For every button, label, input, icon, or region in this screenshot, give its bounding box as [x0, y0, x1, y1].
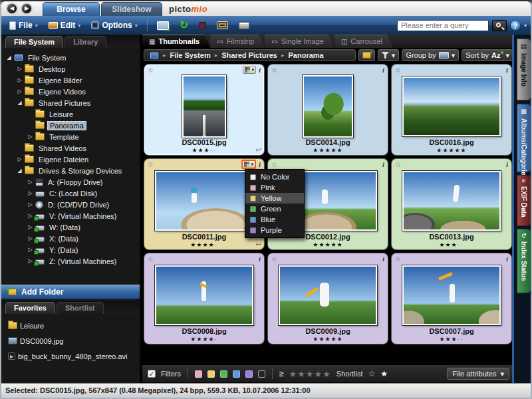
expander-closed-icon[interactable]: ▷ [27, 213, 34, 219]
favorite-item[interactable]: ▶big_buck_bunny_480p_stereo.avi [1, 348, 140, 364]
rotate-icon[interactable]: ↩ [256, 146, 261, 154]
rating-stars[interactable]: ★★★·· [146, 147, 262, 154]
no-color-filter-swatch[interactable] [258, 370, 265, 378]
expander-closed-icon[interactable]: ▷ [16, 66, 23, 72]
photo-thumbnail[interactable] [402, 76, 501, 136]
menu-item-yellow[interactable]: Yellow [245, 193, 304, 203]
photo-card-dsc0013[interactable]: ☆ i DSC0013.jpg ★★★·· [391, 158, 512, 250]
refresh-button[interactable]: ↻ [176, 19, 192, 31]
photo-card-dsc0014[interactable]: ☆ i DSC0014.jpg ★★★★★ [267, 64, 388, 156]
tree-item-y-data[interactable]: ▷Y: (Data) [1, 244, 140, 255]
color-label-button-active[interactable]: ▾ [241, 160, 256, 169]
favorite-item[interactable]: DSC0009.jpg [1, 333, 140, 348]
pink-filter-swatch[interactable] [195, 370, 202, 378]
expander-closed-icon[interactable]: ▷ [27, 247, 34, 253]
sort-by-button[interactable]: Sort byAz▾ [462, 49, 513, 61]
breadcrumb-panorama[interactable]: Panorama [289, 51, 324, 59]
tab-shortlist[interactable]: Shortlist [57, 302, 104, 314]
tree-item-template[interactable]: ▷Template [1, 131, 140, 142]
tree-item-a-floppy-drive[interactable]: ▷A: (Floppy Drive) [1, 176, 140, 188]
info-icon[interactable]: i [259, 66, 261, 74]
expander-open-icon[interactable]: ◢ [5, 55, 13, 61]
photo-card-dsc0007[interactable]: ☆ i DSC0007.jpg ★★★·· [391, 253, 512, 344]
file-menu-button[interactable]: File▾ [5, 19, 42, 31]
export-images-button[interactable] [153, 20, 173, 31]
rating-stars[interactable]: ★★★★· [146, 241, 262, 249]
tab-image-info[interactable]: ▤Image Info [517, 39, 531, 100]
tab-browse[interactable]: Browse [43, 2, 100, 16]
shortlist-star-icon[interactable]: ☆ [395, 161, 401, 168]
photo-thumbnail[interactable] [155, 265, 253, 325]
tree-item-desktop[interactable]: ▷Desktop [1, 63, 140, 74]
menu-item-no-color[interactable]: No Color [245, 172, 304, 182]
blue-filter-swatch[interactable] [233, 370, 240, 378]
info-icon[interactable]: i [506, 160, 508, 168]
photo-thumbnail[interactable] [402, 171, 501, 231]
favorite-item[interactable]: Leisure [1, 318, 140, 333]
rating-stars[interactable]: ★★★★★ [270, 147, 386, 154]
menu-item-purple[interactable]: Purple [245, 225, 304, 235]
photo-thumbnail[interactable] [182, 75, 226, 138]
rating-filter-stars[interactable]: ★★★★★ [289, 369, 331, 379]
photo-card-dsc0008[interactable]: ☆ i DSC0008.jpg ★★★★· [144, 253, 265, 344]
tree-item-x-data[interactable]: ▷X: (Data) [1, 233, 140, 244]
tab-library[interactable]: Library [65, 36, 106, 48]
expander-closed-icon[interactable]: ▷ [27, 190, 34, 196]
shortlist-star-icon[interactable]: ☆ [148, 255, 154, 263]
fullscreen-button[interactable] [213, 20, 232, 31]
tab-single-image[interactable]: ▭Single Image [265, 35, 334, 48]
shortlist-outline-star-icon[interactable]: ☆ [368, 369, 376, 378]
add-folder-button[interactable]: Add Folder [1, 285, 140, 299]
tab-thumbnails[interactable]: ▦Thumbnails [142, 35, 210, 48]
tree-item-file-system[interactable]: ◢File System [1, 52, 140, 63]
help-button[interactable]: ? [510, 20, 521, 31]
tab-index-status[interactable]: ↻Index Status [517, 229, 531, 293]
shortlist-star-icon[interactable]: ☆ [271, 161, 277, 168]
tab-favorites[interactable]: Favorites [5, 302, 55, 314]
expander-closed-icon[interactable]: ▷ [27, 179, 34, 185]
options-menu-button[interactable]: Options▾ [87, 19, 141, 31]
stop-button[interactable] [195, 21, 210, 31]
green-filter-swatch[interactable] [220, 370, 227, 378]
expander-closed-icon[interactable]: ▷ [27, 134, 34, 140]
expander-open-icon[interactable]: ◢ [16, 168, 23, 174]
info-icon[interactable]: i [506, 255, 508, 263]
photo-thumbnail[interactable] [279, 265, 377, 325]
shortlist-star-icon[interactable]: ☆ [148, 66, 154, 74]
help-chevron-icon[interactable]: ▾ [524, 23, 527, 29]
search-button[interactable] [492, 20, 507, 31]
tree-item-w-data[interactable]: ▷W: (Data) [1, 221, 140, 233]
nav-forward-button[interactable]: ▶ [21, 3, 33, 15]
tree-item-leisure[interactable]: Leisure [1, 108, 140, 120]
expander-closed-icon[interactable]: ▷ [27, 224, 34, 230]
photo-thumbnail[interactable] [402, 265, 501, 325]
tree-item-shared-pictures[interactable]: ◢Shared Pictures [1, 97, 140, 108]
tree-item-d-cd-dvd-drive[interactable]: ▷D: (CD/DVD Drive) [1, 199, 140, 210]
group-by-button[interactable]: Group by▾ [402, 49, 459, 61]
tree-item-eigene-videos[interactable]: ▷Eigene Videos [1, 86, 140, 97]
tree-item-c-local-disk[interactable]: ▷C: (Local Disk) [1, 188, 140, 199]
shortlist-filled-star-icon[interactable]: ★ [380, 369, 388, 378]
menu-item-pink[interactable]: Pink [245, 182, 304, 193]
photo-thumbnail[interactable] [155, 171, 253, 231]
expander-closed-icon[interactable]: ▷ [27, 201, 34, 207]
expander-closed-icon[interactable]: ▷ [27, 235, 34, 241]
tab-slideshow[interactable]: Slideshow [101, 2, 162, 16]
purple-filter-swatch[interactable] [245, 370, 253, 378]
info-icon[interactable]: i [259, 160, 261, 168]
rating-stars[interactable]: ★★★·· [394, 241, 509, 249]
rating-stars[interactable]: ★★★★★ [270, 336, 386, 343]
tree-item-panorama[interactable]: Panorama [1, 120, 140, 131]
menu-item-green[interactable]: Green [245, 203, 304, 214]
tab-albums-categories[interactable]: ▦Albums/Categories [517, 104, 531, 172]
tree-item-v-virtual-machines[interactable]: ▷V: (Virtual Machines) [1, 210, 140, 221]
tab-exif-data[interactable]: ≡EXIF Data [517, 175, 531, 226]
shortlist-star-icon[interactable]: ☆ [395, 66, 401, 74]
expander-closed-icon[interactable]: ▷ [27, 258, 34, 264]
breadcrumb-shared-pictures[interactable]: Shared Pictures [221, 51, 277, 59]
breadcrumb-file-system[interactable]: File System [170, 51, 211, 59]
filter-dropdown-button[interactable]: ▾ [378, 49, 400, 61]
info-icon[interactable]: i [382, 255, 384, 263]
shortlist-star-icon[interactable]: ☆ [395, 255, 401, 263]
photo-card-dsc0016[interactable]: ☆ i DSC0016.jpg ★★★★★ [391, 64, 512, 156]
